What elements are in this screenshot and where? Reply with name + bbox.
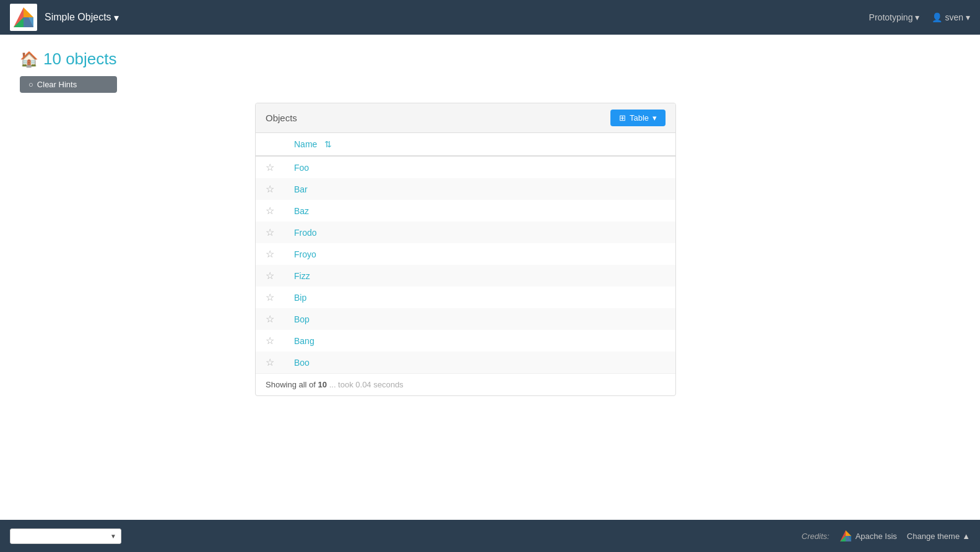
favorite-star-icon[interactable]: ☆ bbox=[266, 314, 274, 324]
footer-right: Credits: Apache Isis Change theme ▲ bbox=[802, 530, 970, 542]
main-content: 🏠 10 objects ○ Clear Hints Objects ⊞ Tab… bbox=[0, 35, 980, 520]
timing-label: ... took 0.04 seconds bbox=[329, 380, 404, 389]
user-label: sven bbox=[945, 12, 963, 22]
prototyping-menu[interactable]: Prototyping ▾ bbox=[869, 12, 920, 22]
table-row: ☆ Boo bbox=[256, 351, 675, 373]
favorite-star-icon[interactable]: ☆ bbox=[266, 357, 274, 368]
change-theme-button[interactable]: Change theme ▲ bbox=[907, 532, 970, 541]
name-cell: Bop bbox=[284, 308, 675, 330]
objects-panel: Objects ⊞ Table ▾ Name ⇅ ☆ bbox=[255, 103, 676, 396]
panel-title: Objects bbox=[266, 113, 297, 123]
apache-isis-label: Apache Isis bbox=[856, 532, 897, 541]
table-row: ☆ Bip bbox=[256, 287, 675, 308]
page-title: 🏠 10 objects bbox=[20, 50, 117, 69]
table-row: ☆ Baz bbox=[256, 200, 675, 222]
name-cell: Bar bbox=[284, 178, 675, 200]
star-cell: ☆ bbox=[256, 222, 284, 243]
name-cell: Froyo bbox=[284, 243, 675, 265]
object-link[interactable]: Boo bbox=[294, 358, 310, 368]
user-dropdown-icon: ▾ bbox=[966, 12, 970, 22]
star-cell: ☆ bbox=[256, 200, 284, 222]
table-row: ☆ Bang bbox=[256, 330, 675, 351]
name-cell: Boo bbox=[284, 351, 675, 373]
prototyping-label: Prototyping bbox=[869, 12, 913, 22]
star-cell: ☆ bbox=[256, 351, 284, 373]
object-link[interactable]: Bang bbox=[294, 336, 314, 346]
credits-label: Credits: bbox=[802, 532, 830, 541]
favorite-star-icon[interactable]: ☆ bbox=[266, 184, 274, 194]
star-cell: ☆ bbox=[256, 156, 284, 178]
table-row: ☆ Foo bbox=[256, 156, 675, 178]
name-cell: Fizz bbox=[284, 265, 675, 287]
name-cell: Bang bbox=[284, 330, 675, 351]
table-row: ☆ Bar bbox=[256, 178, 675, 200]
name-cell: Baz bbox=[284, 200, 675, 222]
object-link[interactable]: Bip bbox=[294, 293, 306, 303]
brand-label: Simple Objects bbox=[45, 12, 111, 23]
favorite-star-icon[interactable]: ☆ bbox=[266, 205, 274, 216]
clear-hints-button[interactable]: ○ Clear Hints bbox=[20, 76, 117, 93]
page-header: 🏠 10 objects ○ Clear Hints bbox=[20, 50, 960, 93]
navbar-left: Simple Objects ▾ bbox=[10, 4, 119, 31]
showing-count: 10 bbox=[318, 380, 327, 389]
circle-icon: ○ bbox=[28, 80, 33, 89]
favorite-star-icon[interactable]: ☆ bbox=[266, 292, 274, 303]
prototyping-dropdown-icon: ▾ bbox=[915, 12, 919, 22]
favorite-star-icon[interactable]: ☆ bbox=[266, 270, 274, 281]
svg-marker-5 bbox=[846, 530, 851, 536]
brand-dropdown-icon: ▾ bbox=[114, 12, 119, 24]
objects-table: Name ⇅ ☆ Foo ☆ Bar ☆ bbox=[256, 133, 675, 373]
table-row: ☆ Fizz bbox=[256, 265, 675, 287]
object-link[interactable]: Fizz bbox=[294, 271, 310, 281]
table-dropdown-icon: ▾ bbox=[653, 113, 657, 123]
svg-marker-1 bbox=[24, 7, 33, 17]
footer-select-wrap bbox=[10, 528, 121, 544]
footer-select[interactable] bbox=[10, 528, 121, 544]
object-link[interactable]: Baz bbox=[294, 206, 309, 216]
name-cell: Bip bbox=[284, 287, 675, 308]
svg-marker-3 bbox=[24, 17, 33, 27]
favorite-star-icon[interactable]: ☆ bbox=[266, 335, 274, 346]
app-logo bbox=[10, 4, 37, 31]
star-cell: ☆ bbox=[256, 243, 284, 265]
footer-left bbox=[10, 528, 121, 544]
showing-label: Showing all of bbox=[266, 380, 318, 389]
object-link[interactable]: Foo bbox=[294, 163, 309, 173]
panel-footer: Showing all of 10 ... took 0.04 seconds bbox=[256, 373, 675, 395]
star-cell: ☆ bbox=[256, 287, 284, 308]
table-row: ☆ Froyo bbox=[256, 243, 675, 265]
panel-header: Objects ⊞ Table ▾ bbox=[256, 103, 675, 133]
favorite-star-icon[interactable]: ☆ bbox=[266, 162, 274, 173]
object-link[interactable]: Bop bbox=[294, 314, 310, 324]
favorite-star-icon[interactable]: ☆ bbox=[266, 249, 274, 259]
star-cell: ☆ bbox=[256, 265, 284, 287]
star-cell: ☆ bbox=[256, 330, 284, 351]
name-cell: Frodo bbox=[284, 222, 675, 243]
change-theme-icon: ▲ bbox=[962, 532, 970, 541]
object-link[interactable]: Bar bbox=[294, 184, 308, 194]
star-cell: ☆ bbox=[256, 308, 284, 330]
star-col-header bbox=[256, 133, 284, 156]
name-col-header: Name ⇅ bbox=[284, 133, 675, 156]
table-button[interactable]: ⊞ Table ▾ bbox=[610, 110, 666, 126]
object-link[interactable]: Froyo bbox=[294, 249, 316, 259]
name-cell: Foo bbox=[284, 156, 675, 178]
favorite-star-icon[interactable]: ☆ bbox=[266, 227, 274, 238]
table-grid-icon: ⊞ bbox=[619, 113, 626, 123]
user-menu[interactable]: 👤 sven ▾ bbox=[932, 12, 970, 22]
table-row: ☆ Bop bbox=[256, 308, 675, 330]
navbar: Simple Objects ▾ Prototyping ▾ 👤 sven ▾ bbox=[0, 0, 980, 35]
footer: Credits: Apache Isis Change theme ▲ bbox=[0, 520, 980, 552]
sort-icon[interactable]: ⇅ bbox=[324, 139, 332, 149]
change-theme-label: Change theme bbox=[907, 532, 960, 541]
navbar-right: Prototyping ▾ 👤 sven ▾ bbox=[869, 12, 970, 22]
brand-menu[interactable]: Simple Objects ▾ bbox=[45, 12, 119, 24]
object-link[interactable]: Frodo bbox=[294, 228, 317, 238]
svg-marker-7 bbox=[846, 536, 851, 541]
table-row: ☆ Frodo bbox=[256, 222, 675, 243]
home-icon: 🏠 bbox=[20, 51, 38, 68]
star-cell: ☆ bbox=[256, 178, 284, 200]
user-icon: 👤 bbox=[932, 12, 942, 22]
apache-isis-link[interactable]: Apache Isis bbox=[839, 530, 897, 542]
